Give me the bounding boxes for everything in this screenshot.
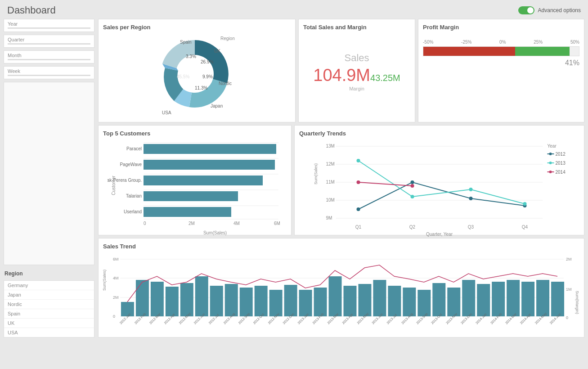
svg-text:6M: 6M [274,221,280,226]
svg-rect-94 [477,284,490,316]
main-content: Year Quarter Month Week // will render v… [0,19,588,341]
svg-rect-80 [269,290,283,316]
svg-text:10M: 10M [326,198,335,202]
svg-text:2012: 2012 [556,152,566,157]
header: Dashboard Advanced options [0,0,588,19]
region-label-nordic: Nordic [219,81,232,86]
svg-text:2013: 2013 [556,161,566,166]
region-pct-usa: 45.5% [177,74,189,79]
region-item-japan[interactable]: Japan [4,290,94,300]
svg-rect-99 [551,282,564,316]
svg-text:2M: 2M [113,295,118,300]
svg-text:2M: 2M [566,257,571,261]
svg-text:4M: 4M [113,276,118,280]
svg-point-39 [469,197,473,200]
sales-trend-card: Sales Trend 6M 4M 2M 0 Sum(Sales) 2M 1M … [98,238,584,338]
svg-point-44 [523,202,527,206]
svg-text:1M: 1M [566,287,571,292]
sales-per-region-card: Sales per Region [98,19,296,122]
region-item-spain[interactable]: Spain [4,309,94,319]
svg-rect-95 [492,282,505,316]
advanced-options-toggle[interactable]: Advanced options [518,6,581,14]
svg-rect-86 [358,284,371,316]
svg-rect-73 [166,287,179,316]
svg-rect-74 [180,283,193,316]
middle-row: Top 5 Customers Customer [98,125,584,235]
total-sales-card: Total Sales and Margin Sales 104.9M43.25… [298,19,415,122]
sales-trend-chart: 6M 4M 2M 0 Sum(Sales) 2M 1M 0 Sum(Margin… [103,252,579,333]
svg-point-55 [549,171,552,173]
svg-text:4M: 4M [233,221,240,226]
svg-rect-84 [329,276,342,316]
total-sales-content: Sales 104.9M43.25M Margin [303,33,410,110]
svg-rect-96 [507,280,520,316]
sales-figures: 104.9M43.25M [313,66,400,85]
svg-rect-77 [225,284,238,316]
svg-rect-93 [462,280,475,316]
svg-point-52 [549,162,552,164]
svg-text:Region: Region [220,36,235,41]
svg-rect-92 [447,288,460,316]
quarterly-trends-title: Quarterly Trends [299,130,579,137]
top-row: Sales per Region [98,19,584,122]
svg-rect-90 [417,290,431,316]
svg-rect-88 [388,286,401,316]
sidebar: Year Quarter Month Week // will render v… [4,19,98,338]
svg-rect-9 [144,176,263,185]
region-item-nordic[interactable]: Nordic [4,300,94,309]
profit-percentage: 41% [423,59,579,67]
svg-text:Talarian: Talarian [126,194,142,198]
svg-point-45 [357,180,360,184]
svg-rect-7 [144,144,276,154]
svg-rect-81 [284,285,297,316]
margin-label: Margin [349,86,364,91]
total-sales-title: Total Sales and Margin [303,24,410,31]
svg-text:Userland: Userland [124,209,142,214]
region-pct-uk: 26.9% [201,59,213,64]
filter-quarter[interactable]: Quarter [4,35,94,48]
svg-rect-98 [536,280,549,316]
filter-month[interactable]: Month [4,50,94,63]
filter-year[interactable]: Year [4,19,94,32]
svg-rect-89 [403,288,416,316]
svg-text:9M: 9M [326,216,332,220]
profit-margin-title: Profit Margin [423,24,579,31]
svg-rect-78 [240,288,253,316]
svg-point-49 [549,153,552,155]
line-chart-container: 13M 12M 11M 10M 9M Q1 [299,140,579,240]
svg-point-37 [357,207,360,211]
svg-text:Q3: Q3 [468,225,474,230]
page-title: Dashboard [7,4,56,16]
svg-rect-72 [151,282,164,316]
region-label-usa: USA [162,110,171,115]
svg-rect-83 [314,288,327,316]
region-item-usa[interactable]: USA [4,328,94,337]
svg-rect-8 [144,160,275,170]
quarterly-svg: 13M 12M 11M 10M 9M Q1 [299,140,579,238]
svg-rect-11 [144,207,231,217]
customers-x-label: Sum(Sales) [103,230,287,235]
svg-text:Sum(Sales): Sum(Sales) [103,270,107,291]
bar-chart-container: Customer [103,140,287,230]
svg-text:Q4: Q4 [522,225,528,230]
svg-text:Sum(Sales): Sum(Sales) [314,163,318,184]
filter-week[interactable]: Week [4,66,94,79]
region-item-uk[interactable]: UK [4,319,94,328]
customers-y-label: Customer [111,176,116,195]
svg-text:0: 0 [113,314,115,319]
svg-rect-79 [255,286,268,316]
bar-chart-svg: Paracel PageWave Deak-Perera Group. Tala… [108,140,283,226]
svg-point-42 [411,195,414,198]
svg-text:6M: 6M [113,257,118,261]
svg-rect-85 [343,286,356,316]
profit-axis: -50% -25% 0% 25% 50% [423,40,579,45]
svg-text:Paracel: Paracel [126,146,142,151]
svg-rect-75 [195,276,208,316]
svg-text:Q1: Q1 [355,225,362,230]
svg-text:Q2: Q2 [409,225,416,230]
svg-rect-91 [432,283,445,316]
region-item-germany[interactable]: Germany [4,281,94,290]
toggle-switch[interactable] [518,6,534,14]
sales-label: Sales [344,52,369,64]
svg-text:PageWave: PageWave [120,162,142,167]
